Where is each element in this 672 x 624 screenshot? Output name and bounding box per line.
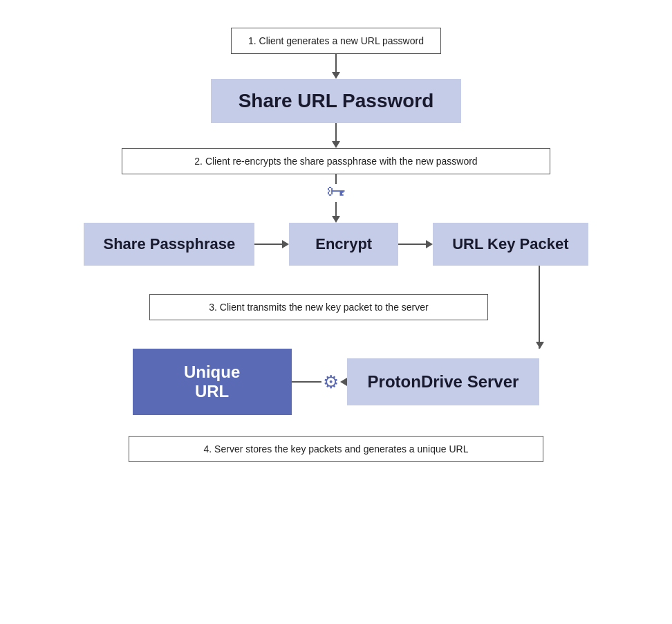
share-url-password-label: Share URL Password	[239, 90, 434, 111]
step1-box: 1. Client generates a new URL password	[231, 28, 441, 54]
proton-drive-server-box: ProtonDrive Server	[347, 358, 540, 405]
encrypt-box: Encrypt	[289, 223, 398, 266]
unique-url-box: Unique URL	[133, 349, 292, 415]
unique-url-label: Unique URL	[184, 363, 240, 401]
diagram: 1. Client generates a new URL password S…	[59, 14, 613, 483]
encrypt-label: Encrypt	[315, 235, 372, 253]
step3-box: 3. Client transmits the new key packet t…	[149, 294, 488, 320]
step3-box-wrap: 3. Client transmits the new key packet t…	[149, 266, 523, 349]
step2-label: 2. Client re-encrypts the share passphra…	[194, 156, 477, 167]
step2-box: 2. Client re-encrypts the share passphra…	[122, 148, 550, 174]
step4-box: 4. Server stores the key packets and gen…	[129, 436, 543, 462]
gear-icon: ⚙	[323, 371, 339, 393]
step1-label: 1. Client generates a new URL password	[248, 35, 424, 46]
share-passphrase-box: Share Passphrase	[84, 223, 254, 266]
arrow-share-to-step2	[332, 123, 340, 148]
bottom-row: Unique URL ⚙ ProtonDrive Server	[59, 349, 613, 415]
arrow-step1-to-share	[332, 54, 340, 79]
proton-drive-server-label: ProtonDrive Server	[368, 372, 519, 391]
step3-label: 3. Client transmits the new key packet t…	[209, 302, 428, 313]
share-url-password-box: Share URL Password	[211, 79, 462, 123]
url-key-packet-label: URL Key Packet	[452, 235, 568, 253]
step3-connector-area: 3. Client transmits the new key packet t…	[59, 266, 613, 349]
vertical-line-packet-to-server	[539, 266, 540, 349]
step4-label: 4. Server stores the key packets and gen…	[204, 443, 469, 455]
url-key-packet-box: URL Key Packet	[433, 223, 588, 266]
arrow-encrypt-to-packet	[398, 240, 433, 248]
arrow-passphrase-to-encrypt	[254, 240, 289, 248]
encrypt-row: Share Passphrase Encrypt URL Key Packet	[59, 223, 613, 266]
key-icon: 🗝	[326, 180, 346, 203]
share-passphrase-label: Share Passphrase	[103, 235, 235, 253]
vertical-arrow-packet-to-server	[536, 342, 544, 349]
